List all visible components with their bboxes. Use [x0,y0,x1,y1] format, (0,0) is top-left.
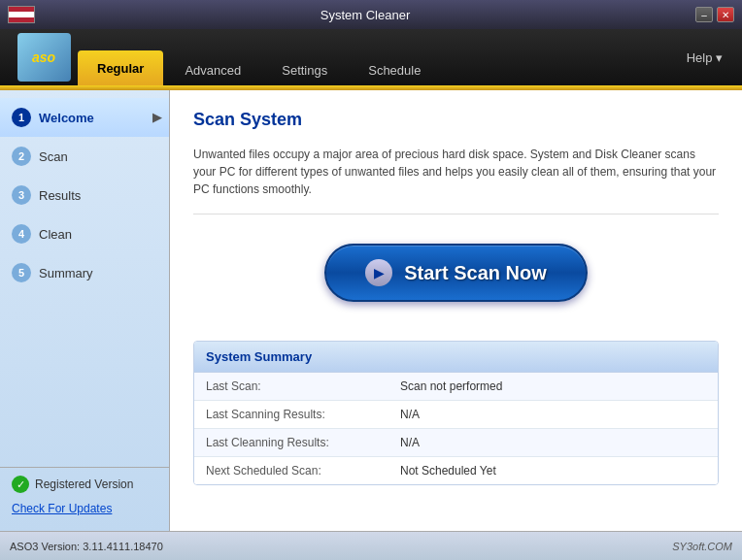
clean-results-value: N/A [400,436,420,449]
sidebar-item-welcome[interactable]: 1 Welcome ▶ [0,98,169,137]
brand-label: SY3oft.COM [672,541,732,552]
tab-schedule[interactable]: Schedule [349,54,440,85]
content-area: Scan System Unwanted files occupy a majo… [170,90,742,531]
app-logo: aso [10,29,78,85]
last-scan-label: Last Scan: [206,379,400,393]
summary-row-clean-results: Last Cleanning Results: N/A [194,429,718,457]
tab-settings[interactable]: Settings [262,54,347,85]
play-icon: ▶ [365,259,392,286]
title-bar: System Cleaner – ✕ [0,0,742,29]
last-scan-value: Scan not performed [400,379,502,393]
step-4-circle: 4 [12,224,31,244]
scan-results-label: Last Scanning Results: [206,408,400,421]
sidebar-spacer [0,292,169,467]
registered-label: Registered Version [35,478,133,491]
help-button[interactable]: Help ▾ [677,47,732,69]
close-button[interactable]: ✕ [717,7,734,22]
window-title: System Cleaner [35,8,695,22]
content-description: Unwanted files occupy a major area of pr… [193,146,719,214]
step-1-circle: 1 [12,108,31,127]
scan-results-value: N/A [400,408,420,421]
step-5-circle: 5 [12,263,31,282]
tab-regular[interactable]: Regular [78,50,163,85]
start-scan-button[interactable]: ▶ Start Scan Now [324,244,588,302]
check-icon: ✓ [12,476,29,493]
sidebar-item-clean[interactable]: 4 Clean [0,214,169,253]
sidebar-item-results-label: Results [39,188,81,203]
sidebar-item-scan[interactable]: 2 Scan [0,137,169,176]
page-title: Scan System [193,110,719,134]
nav-tabs: Regular Advanced Settings Schedule [78,29,677,85]
step-2-circle: 2 [12,147,31,166]
sidebar-item-summary[interactable]: 5 Summary [0,253,169,292]
check-updates-link[interactable]: Check For Updates [12,502,112,515]
summary-row-last-scan: Last Scan: Scan not performed [194,373,718,401]
toolbar: aso Regular Advanced Settings Schedule H… [0,29,742,85]
version-label: ASO3 Version: 3.11.4111.18470 [10,541,163,552]
sidebar-item-results[interactable]: 3 Results [0,176,169,214]
registered-badge: ✓ Registered Version [12,476,157,493]
sidebar-arrow-icon: ▶ [152,111,161,124]
system-summary-table: System Summary Last Scan: Scan not perfo… [193,341,719,485]
summary-header: System Summary [194,342,718,373]
sidebar-item-clean-label: Clean [39,227,72,242]
summary-row-scan-results: Last Scanning Results: N/A [194,401,718,429]
logo-image: aso [17,33,71,82]
scan-button-label: Start Scan Now [404,262,547,284]
sidebar-item-scan-label: Scan [39,149,68,164]
sidebar-item-welcome-label: Welcome [39,111,94,125]
tab-advanced[interactable]: Advanced [165,54,260,85]
sidebar-bottom: ✓ Registered Version Check For Updates [0,467,169,523]
minimize-button[interactable]: – [695,7,713,22]
flag-icon [8,6,35,23]
sidebar-item-summary-label: Summary [39,266,93,280]
aso-label: aso [32,49,55,65]
window-controls: – ✕ [695,7,734,22]
scan-button-container: ▶ Start Scan Now [193,244,719,302]
main-layout: 1 Welcome ▶ 2 Scan 3 Results 4 Clean 5 [0,90,742,531]
summary-row-scheduled-scan: Next Scheduled Scan: Not Scheduled Yet [194,457,718,484]
scheduled-scan-value: Not Scheduled Yet [400,464,496,478]
step-3-circle: 3 [12,185,31,205]
scheduled-scan-label: Next Scheduled Scan: [206,464,400,478]
clean-results-label: Last Cleanning Results: [206,436,400,449]
status-bar: ASO3 Version: 3.11.4111.18470 SY3oft.COM [0,531,742,560]
sidebar: 1 Welcome ▶ 2 Scan 3 Results 4 Clean 5 [0,90,170,531]
